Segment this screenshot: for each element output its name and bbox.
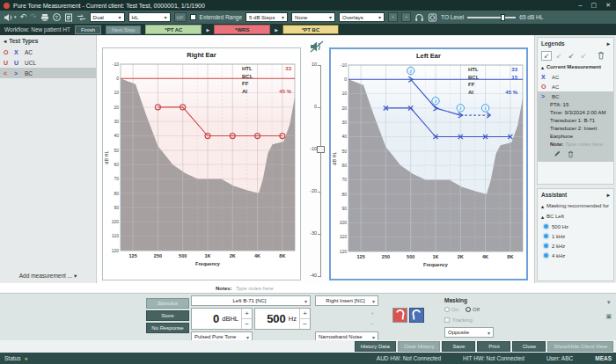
print-button-bottom[interactable]: Print [477,341,510,352]
left-ear-chart[interactable]: Left Eariiii-100102030405060708090100110… [329,47,528,280]
chart-legend-row: FF [468,82,517,90]
level-up-button[interactable]: + [242,309,252,318]
overlay-add-button-2[interactable]: + [401,12,411,22]
masking-recommended-badge[interactable]: i [481,105,488,112]
legends-header[interactable]: Legends ▸ [538,38,613,49]
masking-recommended-badge[interactable]: i [432,98,439,105]
help-button[interactable]: ? [53,13,61,21]
svg-text:110: 110 [112,233,119,238]
measurement-item-ac-left[interactable]: X AC [538,72,613,82]
delete-note-button[interactable] [568,150,574,159]
right-ear-monitor-button[interactable] [392,308,407,323]
expand-icon[interactable]: ▸ [607,40,610,47]
extended-range-checkbox[interactable] [190,14,196,20]
stimulus-mode-select[interactable]: None▾ [291,12,335,22]
to-level-slider-handle[interactable] [501,14,505,21]
masking-transducer-select[interactable]: Right Insert [NC]▾ [315,295,378,306]
chart-legend: HTL33BCLFFAI45 % [242,66,291,96]
overlay-add-button[interactable]: + [388,12,398,22]
frequency-up-button[interactable]: + [300,309,310,318]
report-button[interactable] [64,13,73,22]
show-hide-client-view-button[interactable]: Show/Hide Client View [547,341,613,352]
masking-routing-select[interactable]: Opposite▾ [444,327,494,338]
mute-speaker-icon[interactable] [310,40,324,56]
maximize-button[interactable]: ▢ [591,2,598,9]
measurement-item-ac-right[interactable]: O AC [538,82,613,91]
masking-recommended-badge[interactable]: i [407,67,414,74]
transducer-select[interactable]: Left B-71 [NC]▾ [191,295,311,306]
dual-view-select[interactable]: Dual▾ [90,12,125,22]
sidebar-item-ucl[interactable]: U U UCL [0,57,96,68]
assistant-item-1khz[interactable]: 1 kHz [538,231,613,241]
status-bar: Status ● AUD HW: Not Connected HIT HW: N… [0,353,616,364]
measurement-item-bc-selected[interactable]: > BC PTA: 15 Time: 9/3/2024 2:00 AM Tran… [538,91,613,162]
clear-history-button[interactable]: Clear History [398,341,441,352]
edit-note-button[interactable] [554,150,561,159]
masking-on-radio[interactable]: On [444,307,458,312]
workflow-step-pt-bc[interactable]: *PT BC [282,25,339,34]
measurement-label: AC [552,84,559,90]
stimulus-button[interactable]: Stimulus [146,298,189,309]
test-types-header[interactable]: ◂ Test Types [0,35,96,47]
monitor-headphone-button[interactable] [414,13,424,22]
left-ear-monitor-button[interactable] [409,308,424,323]
talkback-button[interactable] [428,13,437,22]
legend-style-button-2[interactable]: ↙ [554,51,564,61]
sidebar-item-label: BC [25,70,33,76]
save-button[interactable]: Save [442,341,475,352]
masking-recommended-badge[interactable]: i [457,105,464,112]
expand-icon[interactable]: ▸ [607,192,610,199]
sidebar-item-bc[interactable]: < > BC [0,68,96,78]
svg-text:30: 30 [114,119,119,124]
svg-text:2K: 2K [458,254,464,259]
store-button[interactable]: Store [146,310,189,321]
assistant-item-2khz[interactable]: 2 kHz [538,241,613,251]
notes-input[interactable]: Type notes here [236,286,274,291]
tracking-checkbox[interactable] [444,317,450,323]
svg-text:dB HL: dB HL [104,150,109,164]
delete-measurement-button[interactable] [596,51,606,61]
close-button[interactable]: ✕ [605,2,611,9]
masking-up-button[interactable]: + [367,309,378,319]
history-data-button[interactable]: History Data [355,341,396,352]
level-slider-handle[interactable] [317,146,325,153]
next-step-button[interactable]: Next Step [106,25,141,34]
high-frequency-button[interactable]: HF [174,12,187,22]
right-ear-chart[interactable]: Right Ear-100102030405060708090100110120… [102,47,301,280]
overlays-select[interactable]: Overlays▾ [339,12,385,22]
legend-style-button-1[interactable]: ↙ [541,51,552,61]
assistant-group-bc-left[interactable]: ▴ BC Left [538,211,613,222]
masking-off-radio[interactable]: Off [466,307,480,312]
current-measurement-header[interactable]: ▴ Current Measurement [538,62,613,72]
level-down-button[interactable]: − [242,318,252,329]
assistant-group-masking[interactable]: ▴ Masking recommended for [538,200,613,211]
level-slider-column: 10 0 -10 -20 -30 -40 [304,35,329,283]
workflow-step-pt-ac[interactable]: *PT AC [145,25,202,34]
panel-collapse-button[interactable]: ▾ [607,299,611,306]
undo-button[interactable]: ↶ [20,13,27,21]
legend-style-button-3[interactable]: ↙ [566,51,576,61]
print-button[interactable] [40,13,49,22]
redo-button[interactable]: ↷ [30,13,37,21]
hl-scale-select[interactable]: HL▾ [128,12,171,22]
assistant-item-500hz[interactable]: 500 Hz [538,222,613,231]
frequency-down-button[interactable]: − [300,318,310,329]
to-level-slider[interactable] [467,17,516,18]
workflow-step-wrs[interactable]: *WRS [214,25,270,34]
minimize-button[interactable]: – [579,2,583,9]
assistant-item-4khz[interactable]: 4 kHz [538,251,613,260]
masking-down-button[interactable]: − [367,319,378,330]
finish-button[interactable]: Finish [75,25,101,34]
close-button-bottom[interactable]: Close [512,341,546,352]
talk-forward-button[interactable]: ▾ [4,13,17,22]
add-measurement-button[interactable]: Add measurement ... ▾ [0,273,96,280]
step-size-select[interactable]: 5 dB Steps▾ [246,12,288,22]
sidebar-item-ac[interactable]: O X AC [0,47,96,57]
no-response-button[interactable]: No Response [146,323,189,333]
level-slider-track[interactable] [320,65,321,276]
legend-style-button-4[interactable]: ↙ [578,51,589,61]
panel-popout-button[interactable]: ▣ [605,313,612,320]
assistant-header[interactable]: Assistant ▸ [538,189,613,200]
note-placeholder[interactable]: Type notes here [565,142,603,147]
client-transfer-button[interactable] [77,13,86,22]
